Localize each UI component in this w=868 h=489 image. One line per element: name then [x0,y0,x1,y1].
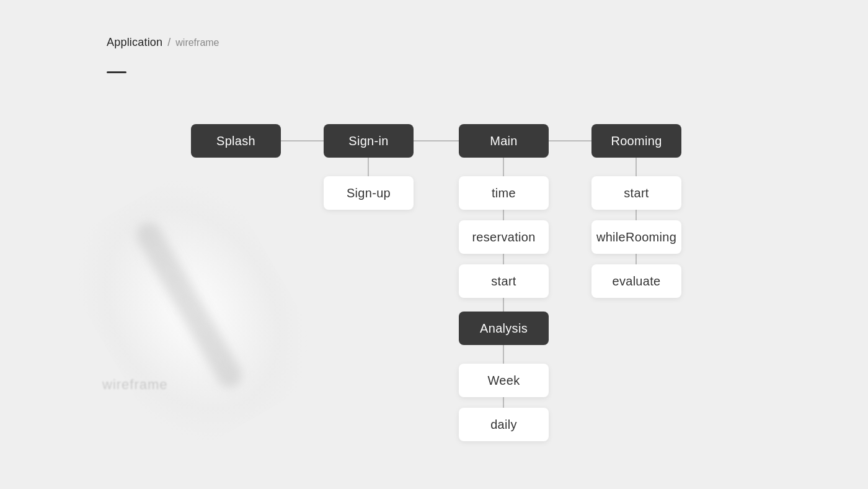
node-start-rooming[interactable]: start [591,176,681,210]
node-whilerooming[interactable]: whileRooming [591,220,681,254]
node-start-main[interactable]: start [459,264,549,298]
page-subtitle: wireframe [175,37,219,48]
node-evaluate[interactable]: evaluate [591,264,681,298]
header: Application / wireframe [107,36,219,49]
header-underline [107,71,126,73]
node-rooming[interactable]: Rooming [591,124,681,158]
node-time[interactable]: time [459,176,549,210]
app-title: Application [107,36,162,49]
connector-lines [107,124,789,434]
node-analysis[interactable]: Analysis [459,312,549,345]
breadcrumb-separator: / [167,36,170,49]
node-reservation[interactable]: reservation [459,220,549,254]
node-week[interactable]: Week [459,364,549,397]
wireframe-diagram: Splash Sign-in Main Rooming Sign-up time… [107,124,789,434]
node-daily[interactable]: daily [459,408,549,441]
node-splash[interactable]: Splash [191,124,281,158]
node-signin[interactable]: Sign-in [324,124,414,158]
node-main[interactable]: Main [459,124,549,158]
node-signup[interactable]: Sign-up [324,176,414,210]
